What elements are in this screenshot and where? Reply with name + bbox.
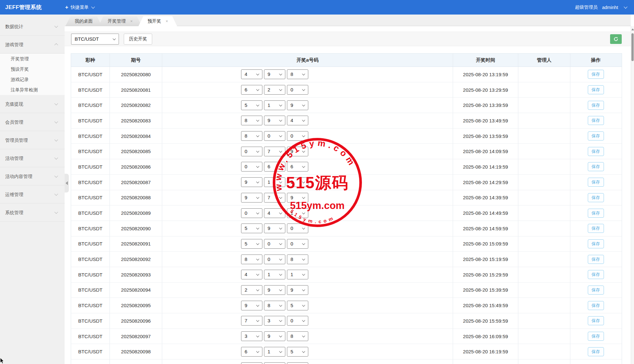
draw-number-select-3[interactable] [287,362,308,364]
sidebar-item[interactable]: 预设开奖 [0,64,65,74]
draw-number-select-3[interactable]: 1 [287,270,308,279]
save-button[interactable]: 保存 [588,347,604,356]
draw-number-select-2[interactable]: 4 [264,208,285,218]
draw-number-select-3[interactable]: 0 [287,224,308,233]
save-button[interactable]: 保存 [588,270,604,279]
draw-number-select-1[interactable]: 4 [241,69,262,79]
tab[interactable]: 预开奖 × [138,16,177,26]
save-button[interactable]: 保存 [588,131,604,140]
draw-number-select-1[interactable]: 7 [241,316,262,326]
draw-number-select-2[interactable]: 0 [264,239,285,249]
sidebar-item[interactable]: 活动内容管理 [0,167,65,185]
draw-number-select-1[interactable]: 5 [241,239,262,249]
draw-number-select-3[interactable]: 0 [287,239,308,249]
draw-number-select-1[interactable]: 6 [241,85,262,95]
close-icon[interactable]: × [165,19,168,24]
draw-number-select-1[interactable]: 5 [241,100,262,110]
save-button[interactable]: 保存 [588,286,604,295]
save-button[interactable]: 保存 [588,162,604,171]
draw-number-select-2[interactable]: 6 [264,162,285,172]
draw-number-select-1[interactable]: 0 [241,147,262,156]
draw-number-select-3[interactable]: 4 [287,116,308,125]
draw-number-select-3[interactable]: 0 [287,316,308,326]
draw-number-select-3[interactable]: 9 [287,177,308,187]
user-menu[interactable]: 超级管理员 adminht [575,5,627,10]
scroll-up-arrow-icon[interactable] [631,28,634,30]
save-button[interactable]: 保存 [588,101,604,110]
save-button[interactable]: 保存 [588,224,604,233]
tab[interactable]: 开奖管理 × [99,16,142,26]
draw-number-select-3[interactable]: 9 [287,100,308,110]
save-button[interactable]: 保存 [588,332,604,341]
draw-number-select-3[interactable]: 8 [287,331,308,341]
draw-number-select-2[interactable]: 2 [264,85,285,95]
draw-number-select-2[interactable]: 0 [264,255,285,264]
draw-number-select-2[interactable]: 8 [264,301,285,310]
lottery-select[interactable]: BTC/USDT [71,34,119,45]
save-button[interactable]: 保存 [588,116,604,125]
save-button[interactable]: 保存 [588,193,604,202]
sidebar-item[interactable]: 数据统计 [0,17,65,36]
draw-number-select-1[interactable]: 9 [241,177,262,187]
draw-number-select-1[interactable]: 9 [241,301,262,310]
save-button[interactable]: 保存 [588,209,604,218]
draw-number-select-1[interactable]: 8 [241,131,262,141]
sidebar-item[interactable]: 开奖管理 [0,54,65,64]
save-button[interactable]: 保存 [588,239,604,248]
draw-number-select-2[interactable]: 9 [264,285,285,295]
draw-number-select-3[interactable]: 8 [287,69,308,79]
draw-number-select-2[interactable] [264,362,285,364]
draw-number-select-3[interactable]: 0 [287,131,308,141]
draw-number-select-1[interactable]: 3 [241,331,262,341]
save-button[interactable]: 保存 [588,147,604,156]
sidebar-collapse-handle[interactable] [65,174,69,192]
draw-number-select-1[interactable]: 6 [241,347,262,357]
draw-number-select-2[interactable]: 1 [264,347,285,357]
save-button[interactable]: 保存 [588,301,604,310]
draw-number-select-2[interactable]: 9 [264,331,285,341]
refresh-button[interactable] [610,34,622,44]
sidebar-item[interactable]: 游戏记录 [0,74,65,85]
sidebar-item[interactable]: 活动管理 [0,149,65,167]
save-button[interactable]: 保存 [588,255,604,264]
draw-number-select-1[interactable]: 9 [241,193,262,203]
draw-number-select-3[interactable]: 9 [287,285,308,295]
scrollbar[interactable] [631,26,634,364]
draw-number-select-1[interactable]: 0 [241,162,262,172]
draw-number-select-1[interactable]: 8 [241,116,262,125]
sidebar-item[interactable]: 充值提现 [0,95,65,113]
draw-number-select-1[interactable]: 4 [241,270,262,279]
save-button[interactable]: 保存 [588,85,604,94]
sidebar-item[interactable]: 系统管理 [0,203,65,222]
draw-number-select-2[interactable]: 7 [264,193,285,203]
save-button[interactable]: 保存 [588,70,604,79]
sidebar-item[interactable]: 会员管理 [0,113,65,131]
scrollbar-thumb[interactable] [631,33,634,61]
draw-number-select-1[interactable]: 8 [241,255,262,264]
save-button[interactable]: 保存 [588,316,604,325]
draw-number-select-3[interactable]: 8 [287,255,308,264]
draw-number-select-1[interactable]: 5 [241,224,262,233]
tab[interactable]: 我的桌面 × [66,16,102,26]
draw-number-select-3[interactable]: 5 [287,347,308,357]
draw-number-select-3[interactable]: 6 [287,162,308,172]
draw-number-select-3[interactable]: 9 [287,193,308,203]
draw-number-select-3[interactable]: 9 [287,147,308,156]
draw-number-select-2[interactable]: 1 [264,100,285,110]
draw-number-select-3[interactable]: 0 [287,85,308,95]
draw-number-select-2[interactable]: 3 [264,316,285,326]
draw-number-select-2[interactable]: 9 [264,69,285,79]
draw-number-select-3[interactable]: 1 [287,208,308,218]
history-draw-button[interactable]: 历史开奖 [124,34,152,45]
draw-number-select-2[interactable]: 1 [264,177,285,187]
quick-menu-button[interactable]: + 快捷菜单 [65,4,94,11]
close-icon[interactable]: × [130,19,133,24]
save-button[interactable]: 保存 [588,178,604,187]
sidebar-item[interactable]: 游戏管理 [0,36,65,54]
draw-number-select-1[interactable]: 2 [241,285,262,295]
draw-number-select-2[interactable]: 1 [264,270,285,279]
sidebar-item[interactable]: 运维管理 [0,185,65,203]
draw-number-select-1[interactable] [241,362,262,364]
draw-number-select-2[interactable]: 9 [264,116,285,125]
draw-number-select-3[interactable]: 5 [287,301,308,310]
